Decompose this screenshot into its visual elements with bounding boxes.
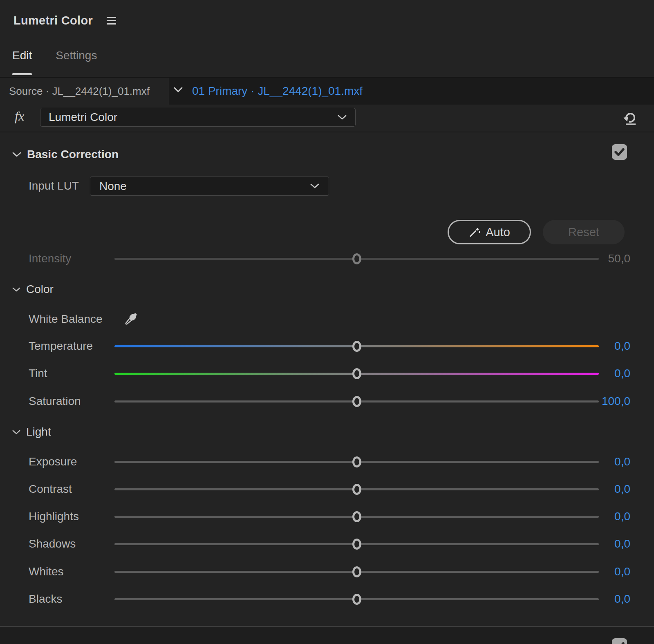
exposure-value[interactable]: 0,0 (561, 448, 630, 475)
whites-slider-handle[interactable] (352, 566, 361, 577)
temperature-label: Temperature (29, 333, 93, 360)
shadows-slider-track[interactable] (114, 543, 599, 545)
blacks-slider-row: Blacks 0,0 (0, 586, 654, 613)
eyedropper-icon[interactable] (121, 310, 140, 329)
highlights-slider-track[interactable] (114, 516, 599, 518)
temperature-slider-track[interactable] (114, 345, 599, 347)
tint-value[interactable]: 0,0 (561, 360, 630, 387)
panel-header: Lumetri Color (13, 14, 116, 27)
highlights-slider-row: Highlights 0,0 (0, 503, 654, 530)
input-lut-label: Input LUT (29, 176, 79, 196)
tab-bar: Edit Settings (12, 49, 97, 68)
effect-row: fx Lumetri Color (0, 105, 654, 132)
whites-label: Whites (29, 558, 64, 585)
input-lut-dropdown[interactable]: None (90, 177, 329, 196)
intensity-slider-track (114, 258, 599, 260)
exposure-slider-row: Exposure 0,0 (0, 448, 654, 475)
highlights-slider-handle[interactable] (352, 511, 361, 522)
tint-label: Tint (29, 360, 47, 387)
intensity-value: 50,0 (561, 245, 630, 272)
reset-effect-icon[interactable] (621, 110, 638, 126)
contrast-slider-handle[interactable] (352, 484, 361, 495)
magic-wand-icon (468, 226, 481, 238)
highlights-label: Highlights (29, 503, 79, 530)
section-title: Light (26, 425, 51, 438)
section-title: Color (26, 283, 54, 296)
clip-source-row: Source · JL__2442(1)_01.mxf 01 Primary ·… (0, 77, 654, 105)
next-section-row (0, 627, 654, 644)
basic-correction-checkbox[interactable] (612, 144, 627, 160)
lumetri-color-panel: Lumetri Color Edit Settings Source · JL_… (0, 0, 654, 644)
tint-slider-row: Tint 0,0 (0, 360, 654, 387)
tint-slider-handle[interactable] (352, 368, 361, 379)
chevron-down-icon (12, 152, 21, 157)
tab-edit[interactable]: Edit (12, 49, 32, 68)
whites-slider-row: Whites 0,0 (0, 558, 654, 585)
checkmark-icon (614, 642, 625, 644)
auto-button-label: Auto (486, 226, 510, 239)
checkmark-icon (614, 148, 625, 157)
intensity-label: Intensity (29, 245, 71, 272)
contrast-value[interactable]: 0,0 (561, 476, 630, 503)
exposure-slider-track[interactable] (114, 461, 599, 463)
section-header-basic-correction[interactable]: Basic Correction (12, 148, 119, 161)
contrast-slider-row: Contrast 0,0 (0, 476, 654, 503)
shadows-slider-handle[interactable] (352, 539, 361, 550)
reset-button[interactable]: Reset (543, 220, 625, 244)
contrast-slider-track[interactable] (114, 488, 599, 490)
input-lut-value: None (99, 180, 310, 193)
blacks-slider-handle[interactable] (352, 594, 361, 605)
whites-slider-track[interactable] (114, 571, 599, 573)
auto-button[interactable]: Auto (448, 220, 531, 244)
temperature-slider-row: Temperature 0,0 (0, 333, 654, 360)
section-title: Basic Correction (27, 148, 119, 161)
blacks-slider-track[interactable] (114, 598, 599, 600)
divider (0, 132, 654, 132)
chevron-down-icon (310, 183, 320, 189)
effect-selector-value: Lumetri Color (49, 111, 337, 124)
effect-selector-dropdown[interactable]: Lumetri Color (40, 108, 356, 127)
exposure-label: Exposure (29, 448, 77, 475)
blacks-value[interactable]: 0,0 (561, 586, 630, 613)
temperature-slider-handle[interactable] (352, 341, 361, 352)
source-selector[interactable]: Source · JL__2442(1)_01.mxf (0, 78, 169, 105)
intensity-slider-handle (352, 253, 361, 264)
target-clip-link[interactable]: 01 Primary · JL__2442(1)_01.mxf (192, 78, 363, 105)
white-balance-label: White Balance (29, 313, 103, 326)
section-header-color[interactable]: Color (12, 283, 54, 296)
tint-slider-track[interactable] (114, 373, 599, 375)
saturation-slider-track[interactable] (114, 400, 599, 402)
intensity-slider-row: Intensity 50,0 (0, 245, 654, 272)
section-header-light[interactable]: Light (12, 425, 51, 438)
chevron-down-icon (12, 429, 20, 435)
shadows-slider-row: Shadows 0,0 (0, 530, 654, 557)
white-balance-row: White Balance (29, 306, 140, 333)
shadows-label: Shadows (29, 530, 76, 557)
next-section-checkbox[interactable] (612, 638, 627, 644)
panel-title: Lumetri Color (13, 14, 93, 27)
saturation-slider-row: Saturation 100,0 (0, 388, 654, 415)
chevron-down-icon (12, 287, 20, 292)
exposure-slider-handle[interactable] (352, 456, 361, 467)
blacks-label: Blacks (29, 586, 62, 613)
saturation-slider-handle[interactable] (352, 396, 361, 407)
tab-settings[interactable]: Settings (56, 49, 97, 68)
fx-icon: fx (15, 109, 24, 124)
shadows-value[interactable]: 0,0 (561, 530, 630, 557)
highlights-value[interactable]: 0,0 (561, 503, 630, 530)
source-clip-label: Source · JL__2442(1)_01.mxf (9, 85, 150, 98)
chevron-down-icon[interactable] (173, 87, 183, 93)
saturation-value[interactable]: 100,0 (561, 388, 630, 415)
panel-menu-icon[interactable] (107, 16, 116, 26)
whites-value[interactable]: 0,0 (561, 558, 630, 585)
contrast-label: Contrast (29, 476, 72, 503)
reset-button-label: Reset (568, 226, 599, 239)
temperature-value[interactable]: 0,0 (561, 333, 630, 360)
chevron-down-icon (337, 114, 347, 121)
saturation-label: Saturation (29, 388, 81, 415)
